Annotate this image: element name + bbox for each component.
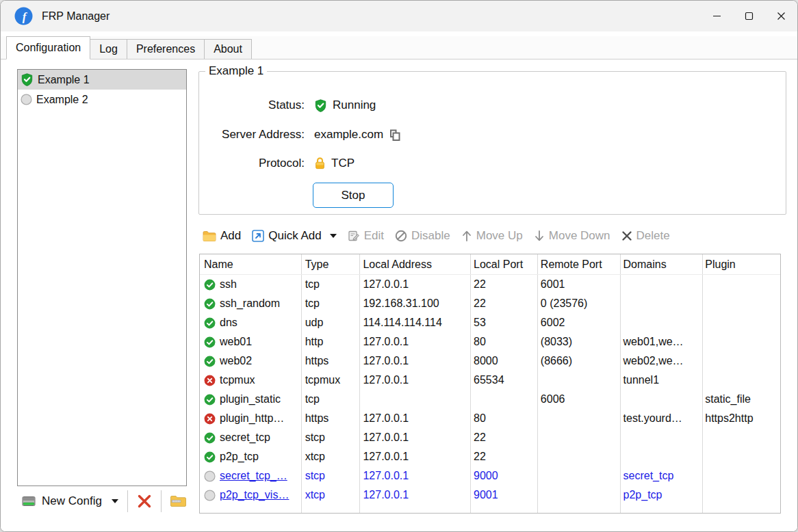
- proxy-name: plugin_http…: [220, 412, 284, 425]
- disable-icon: [395, 230, 407, 242]
- cell-type: https: [301, 355, 359, 367]
- proxy-name: tcpmux: [220, 374, 255, 386]
- table-row[interactable]: p2p_tcp_vis…xtcp127.0.0.19001p2p_tcp: [200, 486, 780, 505]
- button-label: Delete: [636, 229, 670, 243]
- tab-configuration[interactable]: Configuration: [6, 36, 90, 59]
- cell-local-port: 8000: [469, 355, 537, 367]
- cell-local-port: 22: [469, 431, 537, 444]
- table-row[interactable]: plugin_http…https127.0.0.180test.yourd…h…: [200, 409, 780, 428]
- table-row[interactable]: sshtcp127.0.0.1226001: [200, 275, 780, 294]
- cell-remote-port: (8666): [537, 355, 619, 367]
- quick-add-button[interactable]: Quick Add: [252, 229, 337, 243]
- cell-local-port: 22: [469, 297, 537, 310]
- config-item-example-1[interactable]: Example 1: [18, 70, 186, 90]
- cell-local-address: 127.0.0.1: [359, 336, 469, 348]
- separator: [161, 490, 162, 512]
- cell-type: tcpmux: [301, 374, 359, 386]
- cell-local-port: 65534: [469, 374, 537, 386]
- drive-icon: [21, 495, 36, 507]
- idle-circle-icon: [204, 490, 216, 501]
- table-row[interactable]: tcpmuxtcpmux127.0.0.165534tunnel1: [200, 371, 780, 390]
- idle-circle-icon: [204, 470, 216, 482]
- table-row[interactable]: secret_tcp_…stcp127.0.0.19000secret_tcp: [200, 466, 780, 486]
- table-row[interactable]: web02https127.0.0.18000(8666)web02,we…: [200, 351, 780, 371]
- running-icon: [204, 336, 216, 348]
- error-icon: [204, 375, 216, 386]
- cell-type: tcp: [301, 393, 359, 405]
- cell-local-address: 114.114.114.114: [359, 317, 469, 329]
- running-icon: [204, 394, 216, 405]
- status-label: Status:: [203, 98, 305, 112]
- table-body: sshtcp127.0.0.1226001ssh_randomtcp192.16…: [200, 275, 780, 505]
- close-icon: [777, 12, 786, 21]
- cell-local-address: 127.0.0.1: [359, 431, 469, 444]
- cell-type: stcp: [301, 431, 359, 444]
- zip-folder-icon: [170, 494, 187, 508]
- close-button[interactable]: [765, 1, 797, 31]
- protocol-label: Protocol:: [203, 157, 305, 170]
- window-controls: [701, 1, 797, 31]
- edit-button[interactable]: Edit: [348, 229, 384, 243]
- table-row[interactable]: secret_tcpstcp127.0.0.122: [200, 428, 780, 447]
- cell-local-address: 127.0.0.1: [359, 374, 469, 386]
- button-label: Quick Add: [268, 229, 322, 243]
- cell-type: tcp: [301, 297, 359, 310]
- new-config-button[interactable]: New Config: [17, 492, 123, 511]
- proxy-name: ssh_random: [220, 297, 280, 310]
- cell-name: plugin_static: [200, 393, 301, 405]
- move-up-button[interactable]: Move Up: [461, 229, 523, 243]
- cell-local-port: 22: [469, 278, 537, 291]
- button-label: Move Down: [549, 229, 610, 243]
- tab-about[interactable]: About: [204, 39, 252, 59]
- table-row[interactable]: ssh_randomtcp192.168.31.100220 (23576): [200, 294, 780, 313]
- error-icon: [204, 413, 216, 425]
- add-button[interactable]: Add: [203, 229, 241, 243]
- column-header-local-address[interactable]: Local Address: [359, 258, 469, 271]
- minimize-button[interactable]: [701, 1, 733, 31]
- proxy-name: dns: [220, 317, 237, 329]
- config-item-example-2[interactable]: Example 2: [18, 90, 186, 109]
- running-icon: [204, 356, 216, 367]
- tab-preferences[interactable]: Preferences: [127, 39, 205, 59]
- shield-check-icon: [314, 99, 327, 112]
- delete-button[interactable]: Delete: [621, 229, 670, 243]
- maximize-button[interactable]: [733, 1, 765, 31]
- cell-type: tcp: [301, 278, 359, 291]
- proxy-name: web02: [220, 355, 252, 367]
- folder-icon: [203, 230, 216, 242]
- cell-local-address: 127.0.0.1: [359, 278, 469, 291]
- cell-plugin: static_file: [701, 393, 780, 405]
- copy-icon[interactable]: [389, 129, 401, 142]
- column-header-type[interactable]: Type: [301, 258, 359, 271]
- table-row[interactable]: web01http127.0.0.180(8033)web01,we…: [200, 332, 780, 351]
- config-actions: New Config: [17, 488, 190, 514]
- column-header-remote-port[interactable]: Remote Port: [537, 258, 619, 271]
- cell-name: web01: [200, 336, 301, 348]
- quick-add-icon: [252, 230, 264, 242]
- separator: [127, 490, 128, 512]
- cell-domains: secret_tcp: [619, 470, 702, 482]
- table-row[interactable]: p2p_tcpxtcp127.0.0.122: [200, 447, 780, 466]
- column-header-plugin[interactable]: Plugin: [701, 258, 780, 271]
- cell-domains: test.yourd…: [619, 412, 702, 425]
- cell-domains: tunnel1: [619, 374, 702, 386]
- table-row[interactable]: plugin_statictcp6006static_file: [200, 390, 780, 409]
- move-down-button[interactable]: Move Down: [534, 229, 610, 243]
- delete-config-button[interactable]: [133, 492, 156, 511]
- column-header-local-port[interactable]: Local Port: [469, 258, 537, 271]
- titlebar: f FRP Manager: [1, 1, 797, 31]
- cell-name: p2p_tcp_vis…: [200, 489, 301, 501]
- disable-button[interactable]: Disable: [395, 229, 450, 243]
- table-row[interactable]: dnsudp114.114.114.114536002: [200, 313, 780, 332]
- open-config-folder-button[interactable]: [166, 492, 190, 510]
- group-title: Example 1: [205, 64, 267, 78]
- cell-local-address: 127.0.0.1: [359, 355, 469, 367]
- window-title: FRP Manager: [42, 10, 110, 23]
- tab-log[interactable]: Log: [90, 39, 127, 59]
- cell-remote-port: (8033): [537, 336, 619, 348]
- stop-button[interactable]: Stop: [313, 183, 394, 208]
- column-header-domains[interactable]: Domains: [619, 258, 702, 271]
- cell-remote-port: 0 (23576): [537, 297, 619, 310]
- column-header-name[interactable]: Name: [200, 258, 301, 271]
- running-icon: [204, 451, 216, 463]
